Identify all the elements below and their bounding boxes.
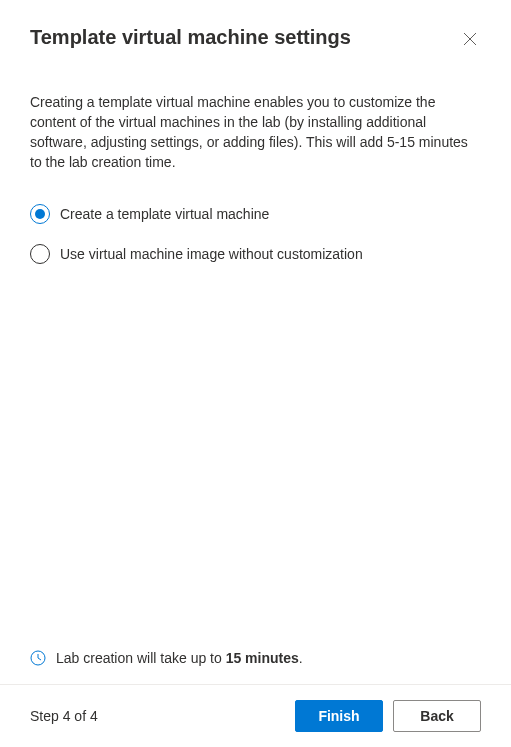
radio-group: Create a template virtual machine Use vi… <box>30 204 481 284</box>
info-bold: 15 minutes <box>226 650 299 666</box>
info-text: Lab creation will take up to 15 minutes. <box>56 650 303 666</box>
dialog-header: Template virtual machine settings <box>0 0 511 50</box>
radio-selected-dot <box>35 209 45 219</box>
info-suffix: . <box>299 650 303 666</box>
radio-option-create-template[interactable]: Create a template virtual machine <box>30 204 481 224</box>
dialog-footer: Step 4 of 4 Finish Back <box>0 684 511 747</box>
close-icon <box>463 32 477 46</box>
clock-icon <box>30 650 46 666</box>
info-prefix: Lab creation will take up to <box>56 650 226 666</box>
step-indicator: Step 4 of 4 <box>30 708 98 724</box>
finish-button[interactable]: Finish <box>295 700 383 732</box>
dialog-title: Template virtual machine settings <box>30 26 351 49</box>
back-button[interactable]: Back <box>393 700 481 732</box>
radio-option-no-customization[interactable]: Use virtual machine image without custom… <box>30 244 481 264</box>
info-row: Lab creation will take up to 15 minutes. <box>30 650 481 684</box>
radio-indicator <box>30 244 50 264</box>
footer-buttons: Finish Back <box>295 700 481 732</box>
close-button[interactable] <box>459 28 481 50</box>
radio-label: Use virtual machine image without custom… <box>60 246 363 262</box>
dialog-content: Creating a template virtual machine enab… <box>0 50 511 684</box>
description-text: Creating a template virtual machine enab… <box>30 92 481 172</box>
radio-indicator <box>30 204 50 224</box>
radio-label: Create a template virtual machine <box>60 206 269 222</box>
